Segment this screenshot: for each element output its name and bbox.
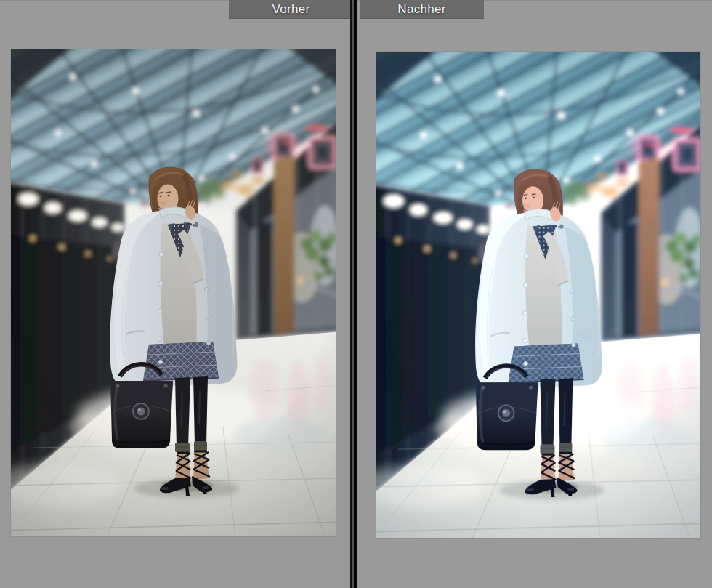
after-tab[interactable]: Nachher [360, 0, 484, 19]
after-tab-label: Nachher [397, 2, 445, 17]
after-photo[interactable] [376, 52, 700, 538]
before-photo-scene [11, 49, 336, 536]
pane-divider [350, 0, 357, 588]
before-after-workspace: Vorher Nachher [0, 0, 712, 588]
before-tab-label: Vorher [272, 2, 310, 17]
after-photo-scene [376, 52, 700, 538]
before-photo[interactable] [11, 49, 336, 536]
before-tab[interactable]: Vorher [229, 0, 353, 19]
